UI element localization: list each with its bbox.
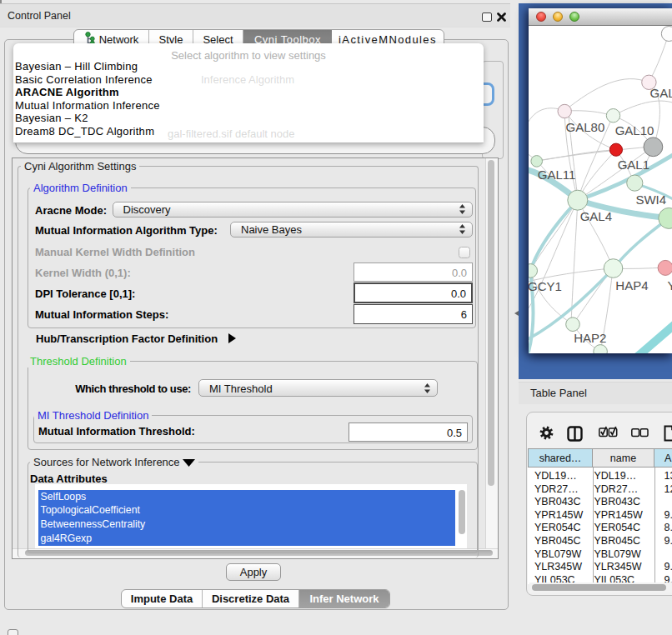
svg-text:Y: Y — [668, 278, 672, 292]
svg-text:GCY1: GCY1 — [529, 279, 562, 293]
svg-text:GAL80: GAL80 — [566, 120, 605, 134]
svg-text:GAL4: GAL4 — [580, 209, 612, 223]
svg-text:GAL: GAL — [650, 86, 672, 100]
svg-text:HAP2: HAP2 — [574, 331, 606, 345]
svg-text:HAP4: HAP4 — [615, 278, 648, 292]
svg-text:SWI4: SWI4 — [635, 192, 666, 207]
svg-text:GAL10: GAL10 — [615, 123, 654, 138]
svg-text:GAL1: GAL1 — [618, 158, 649, 172]
svg-text:GAL11: GAL11 — [538, 168, 576, 182]
